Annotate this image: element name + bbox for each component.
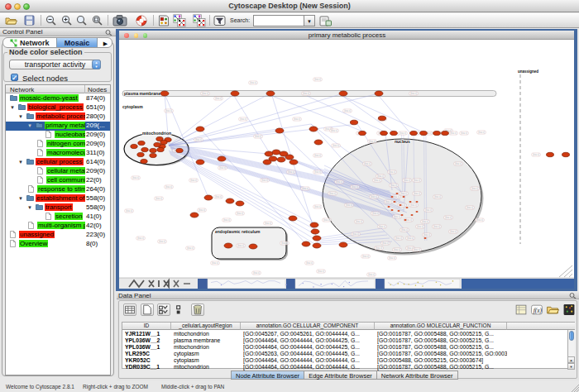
svg-text:(tca c): (tca c) — [400, 192, 407, 195]
svg-text:(tca c): (tca c) — [385, 200, 392, 203]
svg-text:(tca c): (tca c) — [471, 187, 478, 190]
svg-text:(tca c): (tca c) — [362, 255, 369, 258]
svg-text:(tca c): (tca c) — [165, 109, 172, 112]
svg-text:(tca c): (tca c) — [165, 185, 172, 189]
svg-text:(tca c): (tca c) — [390, 184, 397, 187]
svg-text:(tca c): (tca c) — [240, 117, 246, 121]
svg-text:(tca c): (tca c) — [433, 225, 440, 228]
svg-text:(tca c): (tca c) — [372, 212, 379, 215]
svg-text:(tca c): (tca c) — [212, 261, 218, 265]
svg-text:(tca c): (tca c) — [314, 78, 321, 81]
svg-text:(tca c): (tca c) — [410, 203, 417, 207]
svg-text:(tca c): (tca c) — [417, 225, 423, 228]
svg-text:(tca c): (tca c) — [288, 170, 294, 174]
svg-text:(tca c): (tca c) — [250, 81, 256, 84]
svg-text:endoplasmic reticulum: endoplasmic reticulum — [215, 229, 261, 234]
svg-text:(tca c): (tca c) — [314, 170, 321, 174]
svg-text:(tca c): (tca c) — [237, 244, 244, 247]
svg-text:(tca c): (tca c) — [314, 205, 321, 208]
svg-text:plasma membrane: plasma membrane — [124, 91, 160, 96]
svg-text:(tca c): (tca c) — [314, 154, 321, 157]
svg-text:f(x): f(x) — [534, 307, 543, 314]
svg-text:(tca c): (tca c) — [294, 117, 300, 121]
svg-text:(tca c): (tca c) — [187, 246, 194, 250]
svg-text:(tca c): (tca c) — [467, 206, 473, 209]
svg-text:(tca c): (tca c) — [223, 218, 230, 222]
svg-text:(tca c): (tca c) — [219, 166, 226, 170]
svg-text:(tca c): (tca c) — [302, 187, 309, 190]
svg-text:(tca c): (tca c) — [450, 131, 457, 135]
svg-text:(tca c): (tca c) — [215, 195, 222, 198]
svg-text:(tca c): (tca c) — [318, 270, 324, 273]
svg-text:(tca c): (tca c) — [323, 218, 330, 222]
svg-text:(tca c): (tca c) — [434, 195, 441, 198]
svg-text:(tca c): (tca c) — [400, 131, 406, 135]
svg-text:(tca c): (tca c) — [329, 192, 336, 195]
svg-text:(tca c): (tca c) — [410, 92, 417, 95]
svg-text:(tca c): (tca c) — [336, 180, 342, 184]
svg-text:(tca c): (tca c) — [404, 179, 410, 182]
svg-text:(tca c): (tca c) — [422, 220, 428, 223]
svg-text:(tca c): (tca c) — [376, 246, 382, 250]
svg-text:unassigned: unassigned — [518, 69, 538, 74]
svg-text:(tca c): (tca c) — [369, 140, 376, 143]
svg-text:(tca c): (tca c) — [414, 192, 420, 195]
svg-text:(tca c): (tca c) — [407, 237, 414, 240]
svg-text:(tca c): (tca c) — [202, 92, 208, 95]
svg-text:(tca c): (tca c) — [478, 131, 485, 134]
svg-text:(tca c): (tca c) — [395, 237, 402, 240]
svg-text:(tca c): (tca c) — [382, 241, 389, 245]
svg-text:(tca c): (tca c) — [368, 273, 375, 276]
svg-text:(tca c): (tca c) — [389, 170, 395, 174]
svg-text:(tca c): (tca c) — [476, 218, 483, 222]
svg-text:(tca c): (tca c) — [377, 174, 384, 178]
svg-text:(tca c): (tca c) — [356, 220, 362, 223]
svg-text:(tca c): (tca c) — [255, 135, 261, 138]
svg-text:(tca c): (tca c) — [389, 256, 395, 260]
svg-text:(tca c): (tca c) — [352, 185, 358, 189]
svg-text:(tca c): (tca c) — [199, 208, 205, 212]
svg-text:(tca c): (tca c) — [455, 162, 462, 165]
svg-text:(tca c): (tca c) — [401, 228, 408, 232]
svg-text:(tca c): (tca c) — [306, 261, 313, 265]
svg-text:(tca c): (tca c) — [253, 271, 260, 275]
svg-text:(tca c): (tca c) — [281, 241, 288, 245]
svg-text:(tca c): (tca c) — [352, 232, 359, 236]
svg-text:(tca c): (tca c) — [215, 97, 222, 100]
svg-text:(tca c): (tca c) — [190, 179, 197, 182]
svg-text:(tca c): (tca c) — [333, 144, 339, 147]
svg-text:(tca c): (tca c) — [137, 237, 144, 240]
svg-text:nucleus: nucleus — [395, 139, 410, 144]
svg-text:(tca c): (tca c) — [261, 179, 268, 182]
svg-text:(tca c): (tca c) — [450, 230, 457, 233]
svg-text:(tca c): (tca c) — [445, 216, 452, 219]
svg-text:(tca c): (tca c) — [303, 92, 309, 95]
svg-text:cytoplasm: cytoplasm — [122, 104, 143, 109]
svg-text:(tca c): (tca c) — [394, 248, 400, 251]
svg-text:mitochondrion: mitochondrion — [142, 131, 171, 136]
svg-text:(tca c): (tca c) — [425, 208, 432, 212]
svg-text:(tca c): (tca c) — [237, 212, 243, 215]
svg-text:(tca c): (tca c) — [533, 153, 539, 156]
svg-text:(tca c): (tca c) — [423, 233, 430, 237]
svg-text:(tca c): (tca c) — [132, 176, 139, 179]
svg-text:(tca c): (tca c) — [374, 179, 380, 182]
svg-text:(tca c): (tca c) — [379, 225, 385, 228]
svg-text:(tca c): (tca c) — [159, 240, 165, 243]
svg-text:(tca c): (tca c) — [346, 203, 352, 207]
svg-text:(tca c): (tca c) — [156, 197, 162, 200]
svg-text:(tca c): (tca c) — [414, 248, 420, 251]
svg-text:(tca c): (tca c) — [195, 138, 202, 141]
svg-text:(tca c): (tca c) — [126, 209, 132, 213]
svg-text:(tca c): (tca c) — [371, 195, 377, 198]
svg-text:(tca c): (tca c) — [344, 109, 351, 112]
svg-text:(tca c): (tca c) — [414, 179, 420, 182]
svg-text:(tca c): (tca c) — [265, 222, 271, 225]
svg-text:(tca c): (tca c) — [461, 131, 467, 135]
svg-text:(tca c): (tca c) — [393, 195, 400, 198]
svg-text:(tca c): (tca c) — [331, 129, 337, 132]
svg-text:(tca c): (tca c) — [364, 162, 371, 165]
svg-text:(tca c): (tca c) — [394, 215, 400, 218]
